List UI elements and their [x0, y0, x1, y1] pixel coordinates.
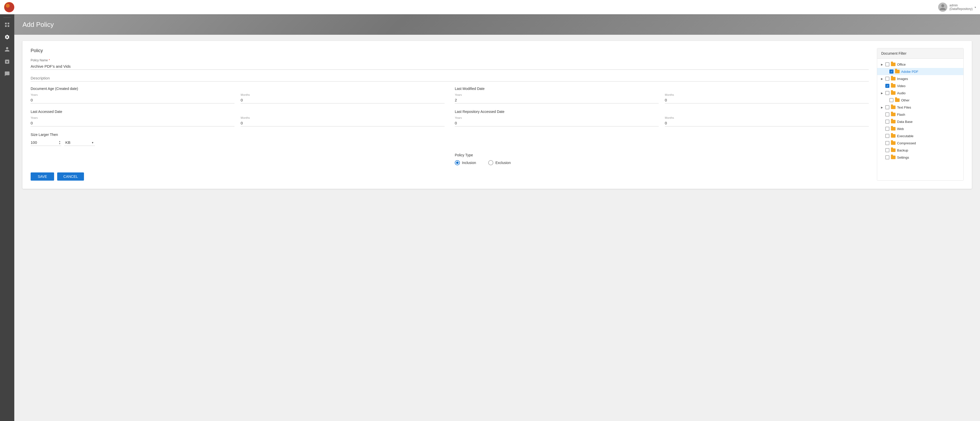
filter-checkbox-flash[interactable]	[885, 112, 889, 116]
last-modified-years-label: Years	[455, 93, 659, 96]
filter-label-web: Web	[897, 127, 960, 131]
sidebar	[0, 14, 14, 421]
filter-checkbox-office[interactable]	[885, 62, 889, 66]
app-logo[interactable]	[4, 2, 14, 12]
filter-checkbox-adobe_pdf[interactable]	[889, 70, 894, 73]
folder-icon-compressed	[891, 141, 896, 145]
avatar	[938, 3, 947, 12]
filter-item-video[interactable]: Video	[877, 82, 963, 89]
expand-icon-text_files[interactable]: ▶	[880, 106, 884, 109]
doc-age-months-input[interactable]	[241, 97, 445, 104]
sidebar-item-settings[interactable]	[0, 31, 14, 43]
sidebar-item-message[interactable]	[0, 68, 14, 80]
folder-icon-settings	[891, 156, 896, 159]
filter-label-text_files: Text Files	[897, 105, 960, 109]
sidebar-item-archive[interactable]	[0, 56, 14, 68]
filter-checkbox-images[interactable]	[885, 77, 889, 81]
filter-item-text_files[interactable]: ▶Text Files	[877, 104, 963, 111]
last-repo-years-input[interactable]	[455, 120, 659, 126]
size-unit-wrap: KB MB GB ▼	[64, 139, 95, 146]
size-input[interactable]	[30, 139, 61, 146]
filter-label-other: Other	[901, 98, 960, 102]
filter-checkbox-video[interactable]	[885, 84, 889, 88]
folder-icon-audio	[891, 91, 896, 95]
last-modified-months-input[interactable]	[665, 97, 869, 104]
expand-icon-audio[interactable]: ▶	[880, 92, 884, 94]
filter-item-office[interactable]: ▶Office	[877, 61, 963, 68]
last-modified-months-label: Months	[665, 93, 869, 96]
date-row-1: Document Age (Created date) Years Months	[30, 87, 869, 104]
filter-item-compressed[interactable]: Compressed	[877, 139, 963, 147]
filter-label-video: Video	[897, 84, 960, 88]
cancel-button[interactable]: Cancel	[57, 172, 84, 180]
size-spinners: ▲ ▼	[59, 140, 61, 145]
folder-icon-other	[895, 98, 900, 102]
last-accessed-years-input[interactable]	[30, 120, 234, 126]
policy-type-row: Policy Type Inclusion Exclusion	[30, 151, 869, 165]
save-button[interactable]: Save	[30, 172, 54, 180]
last-modified-section: Last Modified Date Years Months	[455, 87, 869, 104]
sidebar-item-person[interactable]	[0, 43, 14, 56]
exclusion-option[interactable]: Exclusion	[488, 160, 511, 165]
date-row-2: Last Accessed Date Years Months Last Rep	[30, 110, 869, 126]
filter-item-other[interactable]: Other	[877, 97, 963, 104]
filter-checkbox-text_files[interactable]	[885, 105, 889, 109]
document-filter-panel: Document Filter ▶OfficeAdobe PDF▶ImagesV…	[877, 48, 964, 180]
filter-checkbox-compressed[interactable]	[885, 141, 889, 145]
last-accessed-months-label: Months	[241, 116, 445, 119]
doc-age-months-label: Months	[241, 93, 445, 96]
filter-checkbox-executable[interactable]	[885, 134, 889, 138]
doc-age-years-input[interactable]	[30, 97, 234, 104]
size-down-arrow[interactable]: ▼	[59, 143, 61, 145]
filter-item-flash[interactable]: Flash	[877, 111, 963, 118]
filter-item-settings[interactable]: Settings	[877, 154, 963, 161]
filter-item-adobe_pdf[interactable]: Adobe PDF	[877, 68, 963, 75]
last-repo-fields: Years Months	[455, 116, 869, 126]
last-modified-years-input[interactable]	[455, 97, 659, 104]
last-accessed-years-field: Years	[30, 116, 234, 126]
size-section: Size Larger Then ▲ ▼ KB MB GB	[30, 132, 869, 146]
filter-item-images[interactable]: ▶Images	[877, 75, 963, 82]
filter-item-audio[interactable]: ▶Audio	[877, 89, 963, 97]
filter-checkbox-data_base[interactable]	[885, 120, 889, 124]
expand-icon-office[interactable]: ▶	[880, 63, 884, 66]
last-modified-years-field: Years	[455, 93, 659, 104]
filter-label-audio: Audio	[897, 91, 960, 95]
last-repo-months-input[interactable]	[665, 120, 869, 126]
action-row: Save Cancel	[30, 172, 869, 180]
size-unit-select[interactable]: KB MB GB	[64, 139, 95, 146]
filter-item-web[interactable]: Web	[877, 125, 963, 132]
policy-form: Policy Policy Name Document Age (Created…	[30, 48, 869, 180]
description-input[interactable]	[30, 75, 869, 81]
last-accessed-months-input[interactable]	[241, 120, 445, 126]
policy-name-input[interactable]	[30, 63, 869, 70]
description-group	[30, 75, 869, 81]
folder-icon-backup	[891, 148, 896, 152]
exclusion-radio[interactable]	[488, 160, 493, 165]
filter-checkbox-web[interactable]	[885, 127, 889, 131]
filter-checkbox-settings[interactable]	[885, 155, 889, 159]
last-accessed-title: Last Accessed Date	[30, 110, 445, 114]
svg-rect-4	[5, 25, 6, 27]
last-accessed-months-field: Months	[241, 116, 445, 126]
user-menu[interactable]: admin (DataRepository) ▾	[938, 3, 976, 12]
filter-label-data_base: Data Base	[897, 120, 960, 124]
folder-icon-office	[891, 62, 896, 66]
filter-label-executable: Executable	[897, 134, 960, 138]
filter-checkbox-other[interactable]	[889, 98, 894, 102]
last-repo-years-label: Years	[455, 116, 659, 119]
filter-checkbox-backup[interactable]	[885, 148, 889, 152]
sidebar-item-dashboard[interactable]	[0, 19, 14, 31]
filter-item-data_base[interactable]: Data Base	[877, 118, 963, 125]
filter-checkbox-audio[interactable]	[885, 91, 889, 95]
inclusion-option[interactable]: Inclusion	[455, 160, 476, 165]
filter-item-backup[interactable]: Backup	[877, 147, 963, 154]
inclusion-radio[interactable]	[455, 160, 460, 165]
expand-icon-images[interactable]: ▶	[880, 77, 884, 80]
page-title: Add Policy	[22, 21, 54, 29]
filter-label-compressed: Compressed	[897, 141, 960, 145]
doc-age-years-label: Years	[30, 93, 234, 96]
doc-age-months-field: Months	[241, 93, 445, 104]
filter-item-executable[interactable]: Executable	[877, 132, 963, 139]
size-up-arrow[interactable]: ▲	[59, 140, 61, 142]
